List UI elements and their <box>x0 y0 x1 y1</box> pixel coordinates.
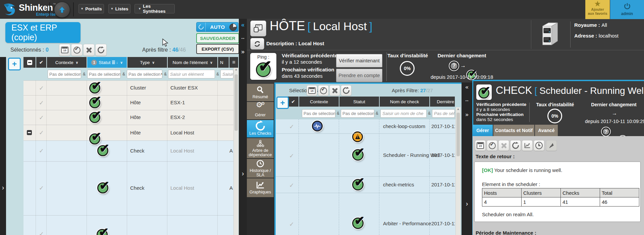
pin-button[interactable] <box>546 140 557 151</box>
export-csv-button[interactable]: EXPORT (CSV) <box>196 44 239 54</box>
schedule-button[interactable] <box>534 140 544 151</box>
tools-button[interactable] <box>83 44 95 56</box>
check-now-button[interactable]: Vérifier maintenant <box>336 54 382 67</box>
expand-right-icon[interactable]: › <box>239 170 247 177</box>
filter-contexte-select[interactable]: Pas de sélection▼ <box>48 70 81 78</box>
sidebar-item-gerer[interactable]: ⚙ ⚙ Gérer <box>247 102 274 119</box>
table-row[interactable]: ✓ Hôte ESX-2 <box>23 110 233 125</box>
select-all-header[interactable]: ✔ <box>36 57 46 68</box>
save-button[interactable]: SAUVEGARDER <box>196 33 239 43</box>
row-selected-check-icon[interactable]: ✓ <box>39 147 44 155</box>
scrollbar-thumb[interactable] <box>457 113 460 156</box>
expand-right-icon[interactable]: › <box>462 200 472 208</box>
column-header-contexte[interactable]: Contexte∨ <box>47 57 87 68</box>
column-header-nom-de-check[interactable]: Nom de check <box>380 97 429 107</box>
recheck-button[interactable] <box>95 44 107 56</box>
menu-les-syntheses[interactable]: ▼Les Synthèses <box>135 4 175 13</box>
tools-button-disabled[interactable] <box>498 140 509 151</box>
sidebar-item-resume[interactable]: Résumé <box>247 84 274 101</box>
downtime-button[interactable] <box>59 44 70 56</box>
column-header-statut[interactable]: 1 Statut ↓ ∨ <box>87 57 127 68</box>
view-title-button[interactable]: ESX et ERP (copie) <box>5 22 80 43</box>
row-selected-check-icon[interactable]: ✓ <box>289 221 294 228</box>
expand-right-double-icon[interactable]: » <box>462 111 472 118</box>
resize-icon[interactable]: ↔ <box>462 97 472 103</box>
check-row[interactable]: ✓ Arbiter - Performance 2017-10-11 14 <box>276 193 455 235</box>
table-row[interactable]: ✓ <box>23 215 233 235</box>
filter-derniere-input[interactable]: Pas de séle <box>432 109 455 118</box>
column-header-nom[interactable]: Nom de l'élément∨ <box>168 57 217 68</box>
downtime-button[interactable] <box>307 85 317 96</box>
acknowledge-button[interactable]: Prendre en compte <box>336 69 382 82</box>
collapse-left-icon[interactable]: « <box>239 21 247 28</box>
collapse-all-header[interactable] <box>23 57 36 68</box>
sidebar-item-arbre[interactable]: Arbre de dépendance <box>247 138 274 158</box>
table-row[interactable]: ✓ Check Local Host A <box>23 161 233 215</box>
left-collapse-strip[interactable]: › <box>0 57 6 235</box>
expand-right-icon[interactable]: › <box>0 184 6 191</box>
recheck-button[interactable] <box>510 140 521 151</box>
filter-statut-select[interactable]: Pas de sélection▼ <box>87 70 121 78</box>
select-all-header[interactable]: ✔ <box>288 97 299 107</box>
check-row[interactable]: ✓ check-metrics 2017-10-11 14 <box>276 176 455 193</box>
trend-button[interactable] <box>522 140 533 151</box>
row-selected-check-icon[interactable]: ✓ <box>289 152 294 160</box>
recheck-button[interactable] <box>341 85 352 96</box>
downtime-button[interactable] <box>475 140 486 151</box>
table-row[interactable]: ✓ Hôte Local Host <box>23 125 233 140</box>
filter-type-select[interactable]: Pas de sélection▼ <box>127 70 162 78</box>
menu-portails[interactable]: ▼Portails <box>78 4 104 13</box>
left-table-scrollbar[interactable]: ▲ <box>233 68 238 235</box>
scroll-top-button[interactable] <box>54 2 70 18</box>
sidebar-item-les-checks[interactable]: Les Checks <box>247 120 274 137</box>
row-selected-check-icon[interactable]: ✓ <box>289 182 294 189</box>
column-header-partial[interactable]: N <box>218 57 229 68</box>
check-row[interactable]: ✓ check-loop-custom 2017-10-11 14 <box>276 119 455 133</box>
acknowledge-button[interactable] <box>318 85 329 96</box>
table-row[interactable]: ✓ Check Local Host A <box>23 140 233 161</box>
filter-statut-select[interactable]: Pas de sélection▼ <box>341 109 374 118</box>
sidebar-item-historique[interactable]: Historique / SLA <box>247 159 274 178</box>
acknowledge-button[interactable] <box>487 140 497 151</box>
checks-scrollbar[interactable]: ▲ <box>455 107 461 235</box>
auto-refresh-toggle[interactable]: AUTO <box>196 22 238 32</box>
row-selected-check-icon[interactable]: ✓ <box>289 123 294 130</box>
tab-contacts-et-notif[interactable]: Contacts et Notif <box>493 125 534 136</box>
add-favorites-button[interactable]: ★ Ajouter aux favoris <box>585 0 610 19</box>
tab-gerer[interactable]: Gérer <box>473 125 493 136</box>
table-row[interactable]: ✓ Hôte ESX-1 <box>23 95 233 110</box>
add-check-button[interactable]: + <box>276 97 289 109</box>
scroll-up-icon[interactable]: ▲ <box>456 107 461 111</box>
add-element-button[interactable]: + <box>8 58 21 70</box>
row-selected-check-icon[interactable]: ✓ <box>39 129 44 136</box>
admin-user-button[interactable]: admin <box>610 0 644 19</box>
tab-avance[interactable]: Avancé <box>535 125 558 136</box>
column-header-statut[interactable]: Statut <box>339 97 379 107</box>
scroll-up-icon[interactable]: ▲ <box>234 68 238 71</box>
host-type-button[interactable] <box>250 20 266 37</box>
column-header-contexte[interactable]: Contexte <box>299 97 339 107</box>
tools-button[interactable] <box>329 85 340 96</box>
row-selected-check-icon[interactable]: ✓ <box>39 84 44 92</box>
expand-right-double-icon[interactable]: » <box>239 48 247 55</box>
filter-nom-input[interactable]: Saisir un élément <box>168 70 215 78</box>
row-selected-check-icon[interactable]: ✓ <box>39 114 44 121</box>
row-selected-check-icon[interactable]: ✓ <box>39 184 44 192</box>
row-selected-check-icon[interactable]: ✓ <box>39 230 44 235</box>
shinken-logo-icon[interactable] <box>3 2 18 16</box>
sidebar-item-graphiques[interactable]: Graphiques <box>247 178 274 197</box>
menu-listes[interactable]: ▼Listes <box>108 4 130 13</box>
column-menu-button[interactable]: ≡ <box>229 57 238 68</box>
acknowledge-button[interactable] <box>71 44 83 56</box>
filter-contexte-select[interactable]: Pas de sélection▼ <box>302 109 335 118</box>
resize-icon[interactable]: ↔ <box>239 35 247 40</box>
scrollbar-thumb[interactable] <box>234 74 238 131</box>
row-selected-check-icon[interactable]: ✓ <box>39 99 44 107</box>
collapse-row-icon[interactable] <box>27 130 32 135</box>
refresh-description-button[interactable] <box>250 38 264 50</box>
filter-nom-input[interactable]: Saisir un nom de che <box>380 109 427 118</box>
column-header-derniere[interactable]: Dernière <box>430 97 455 107</box>
collapse-left-double-icon[interactable]: « <box>462 84 472 91</box>
column-header-type[interactable]: Type∨ <box>127 57 167 68</box>
filter-partial-input[interactable]: Saisir <box>220 70 233 78</box>
